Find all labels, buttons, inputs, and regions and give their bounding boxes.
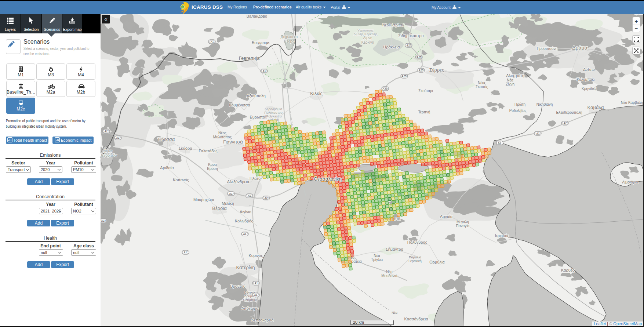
svg-text:Езеро: Езеро xyxy=(284,39,294,43)
svg-text:Μελίκη: Μελίκη xyxy=(222,201,234,206)
svg-text:Ευρωπός: Ευρωπός xyxy=(250,115,267,119)
svg-text:Καβάλα: Καβάλα xyxy=(587,105,604,110)
svg-text:Λίμνης Κερκίνης: Λίμνης Κερκίνης xyxy=(353,32,378,36)
svg-text:Νέο Πετρίτσι: Νέο Πετρίτσι xyxy=(382,23,403,27)
svg-text:Νέος: Νέος xyxy=(478,81,486,85)
svg-text:(Polykastro: (Polykastro xyxy=(265,115,281,118)
svg-text:Καλαμπάκι: Καλαμπάκι xyxy=(577,77,594,81)
svg-text:Αιγίνιο: Αιγίνιο xyxy=(240,210,251,214)
svg-text:A25: A25 xyxy=(417,56,422,58)
svg-text:Δράμα: Δράμα xyxy=(572,45,587,51)
svg-text:Αρναία: Αρναία xyxy=(440,214,453,219)
svg-text:Μουδανιά: Μουδανιά xyxy=(381,274,397,278)
svg-text:A25: A25 xyxy=(383,87,388,90)
svg-text:Προσοτσάνη: Προσοτσάνη xyxy=(537,47,557,51)
svg-text:Λιμενάρια: Λιμενάρια xyxy=(622,180,638,184)
svg-text:Κολινδρός: Κολινδρός xyxy=(235,219,253,223)
svg-text:Βεγορίτιδα: Βεγορίτιδα xyxy=(101,153,117,157)
svg-text:Σκούταρι: Σκούταρι xyxy=(418,89,433,93)
svg-text:Θεσσαλονίκη: Θεσσαλονίκη xyxy=(314,176,342,182)
svg-text:Σιδηρόκαστρο: Σιδηρόκαστρο xyxy=(398,33,423,38)
svg-text:Αεροδρόμιο: Αεροδρόμιο xyxy=(265,107,282,111)
svg-text:Έδεσσα: Έδεσσα xyxy=(157,137,175,142)
svg-text:Αξιούπολη: Αξιούπολη xyxy=(247,94,266,98)
svg-text:Λιτόχωρο: Λιτόχωρο xyxy=(241,306,258,310)
svg-text:Γιαννιτσά: Γιαννιτσά xyxy=(223,139,243,145)
svg-text:A2: A2 xyxy=(564,122,567,124)
svg-text:Πολύκαστρο: Πολύκαστρο xyxy=(264,111,282,115)
svg-text:Γαλατάδες: Γαλατάδες xyxy=(199,149,218,153)
svg-text:Дојранско: Дојранско xyxy=(281,35,298,39)
svg-text:A2: A2 xyxy=(105,130,108,132)
svg-text:A2: A2 xyxy=(248,195,251,197)
svg-text:Αλεξάνδρεια: Αλεξάνδρεια xyxy=(227,179,250,184)
svg-text:A2: A2 xyxy=(229,192,233,195)
svg-text:Σήμαντρα: Σήμαντρα xyxy=(386,247,404,251)
svg-text:A1: A1 xyxy=(184,251,187,254)
svg-text:Βρύση: Βρύση xyxy=(207,167,218,171)
svg-text:A2: A2 xyxy=(498,142,501,144)
svg-text:Ολύμπου: Ολύμπου xyxy=(243,298,256,302)
svg-text:A1: A1 xyxy=(263,70,266,72)
svg-text:A2: A2 xyxy=(536,132,540,135)
svg-text:Γερακινή: Γερακινή xyxy=(408,259,421,263)
svg-text:A1: A1 xyxy=(255,282,258,284)
svg-text:Υγρότοπος: Υγρότοπος xyxy=(357,29,374,32)
svg-text:Πολύγυρος: Πολύγυρος xyxy=(407,240,427,244)
svg-text:Αριδαία: Αριδαία xyxy=(160,166,174,170)
svg-text:Κασσάνδρεια: Κασσάνδρεια xyxy=(404,317,428,321)
svg-text:Κοπανός: Κοπανός xyxy=(173,178,189,182)
svg-text:Λίμνη: Λίμνη xyxy=(103,149,113,153)
svg-text:Παναγία: Παναγία xyxy=(456,224,470,228)
svg-text:Καρυές: Καρυές xyxy=(561,268,574,272)
svg-text:Δοξάτο: Δοξάτο xyxy=(583,68,595,72)
svg-text:Νέα Καρβάλη: Νέα Καρβάλη xyxy=(621,101,643,105)
svg-text:A25: A25 xyxy=(407,44,411,47)
svg-text:Μακροχώρι: Μακροχώρι xyxy=(193,197,214,202)
svg-text:Γουμένισσα: Γουμένισσα xyxy=(229,103,250,107)
svg-text:Τρίγλια: Τρίγλια xyxy=(371,258,383,262)
svg-text:Λεπτοκαρυά: Λεπτοκαρυά xyxy=(251,318,274,322)
svg-text:Πλατύ: Πλατύ xyxy=(250,176,261,181)
svg-text:Βροντού: Βροντού xyxy=(230,284,245,288)
svg-text:Τερπνή: Τερπνή xyxy=(418,110,430,114)
svg-text:Κρηνίδες: Κρηνίδες xyxy=(582,87,596,91)
svg-text:A25: A25 xyxy=(402,75,407,77)
svg-text:A27: A27 xyxy=(101,219,106,222)
svg-text:Гевгелија: Гевгелија xyxy=(239,55,260,61)
svg-text:Σέρρες: Σέρρες xyxy=(429,67,444,73)
svg-text:Ζίχνη: Ζίχνη xyxy=(506,82,514,86)
svg-text:Κατερίνη: Κατερίνη xyxy=(236,265,255,270)
svg-text:Κορινός: Κορινός xyxy=(249,253,263,258)
svg-text:Παραλία: Παραλία xyxy=(409,255,421,259)
svg-text:Богданци: Богданци xyxy=(252,40,269,45)
svg-text:Νέα: Νέα xyxy=(386,270,393,274)
svg-text:A1: A1 xyxy=(243,233,247,235)
svg-text:Валандово: Валандово xyxy=(247,14,267,18)
svg-text:Ηράκλεια: Ηράκλεια xyxy=(383,45,400,49)
svg-text:Νέα: Νέα xyxy=(507,78,513,82)
svg-text:Κρύα: Κρύα xyxy=(208,163,217,167)
svg-text:Νέα: Νέα xyxy=(392,311,397,315)
svg-text:Βέροια: Βέροια xyxy=(212,206,227,211)
svg-text:Σκύδρα: Σκύδρα xyxy=(178,146,192,150)
svg-text:A2: A2 xyxy=(265,197,268,199)
svg-text:Ιερισσός: Ιερισσός xyxy=(495,234,509,238)
svg-text:Πρώτη: Πρώτη xyxy=(514,102,525,106)
svg-text:Ελευθερούπολη: Ελευθερούπολη xyxy=(556,110,582,115)
svg-text:A1: A1 xyxy=(211,40,214,43)
svg-text:Μυλότοπος: Μυλότοπος xyxy=(213,135,232,139)
svg-text:A25: A25 xyxy=(419,69,423,72)
svg-text:Σκοπός: Σκοπός xyxy=(476,85,488,89)
svg-text:Ροδολίβος: Ροδολίβος xyxy=(509,109,527,113)
svg-text:Νικήσιανη: Νικήσιανη xyxy=(536,102,553,106)
svg-text:Ορμύλια: Ορμύλια xyxy=(429,260,445,264)
svg-text:Νέα: Νέα xyxy=(374,254,380,258)
svg-text:A1: A1 xyxy=(254,294,258,296)
svg-text:Κερκίνη: Κερκίνη xyxy=(361,40,374,44)
svg-text:Μεγάλη: Μεγάλη xyxy=(456,220,469,224)
svg-text:A2: A2 xyxy=(116,137,120,139)
svg-text:Κιλκίς: Κιλκίς xyxy=(310,91,323,96)
svg-text:Λίμνη: Λίμνη xyxy=(363,36,372,40)
svg-text:Αλιστράτη: Αλιστράτη xyxy=(506,73,524,78)
